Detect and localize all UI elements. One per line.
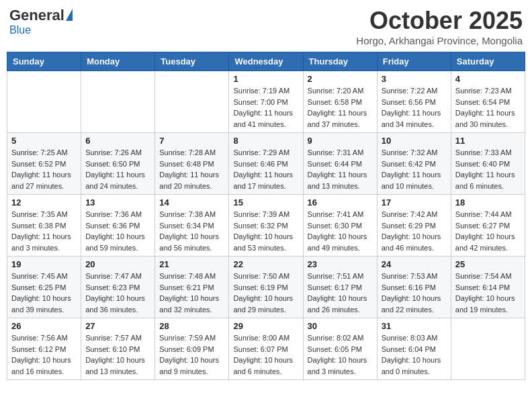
day-number: 24 <box>382 259 447 269</box>
title-section: October 2025 Horgo, Arkhangai Province, … <box>356 7 523 46</box>
sunrise-time: Sunrise: 8:02 AM <box>308 334 364 342</box>
sunset-time: Sunset: 6:27 PM <box>455 222 510 230</box>
calendar-cell: 9Sunrise: 7:31 AMSunset: 6:44 PMDaylight… <box>303 133 377 195</box>
day-number: 22 <box>233 259 298 269</box>
day-info: Sunrise: 7:53 AMSunset: 6:16 PMDaylight:… <box>382 271 447 315</box>
day-info: Sunrise: 7:38 AMSunset: 6:34 PMDaylight:… <box>159 209 224 253</box>
sunrise-time: Sunrise: 7:22 AM <box>382 87 438 95</box>
day-info: Sunrise: 7:23 AMSunset: 6:54 PMDaylight:… <box>455 85 521 130</box>
daylight-hours: Daylight: 11 hours and 17 minutes. <box>233 171 293 190</box>
day-number: 7 <box>159 136 224 146</box>
sunset-time: Sunset: 6:16 PM <box>382 283 436 291</box>
day-number: 3 <box>382 74 447 84</box>
sunset-time: Sunset: 6:09 PM <box>159 345 214 353</box>
calendar-cell: 8Sunrise: 7:29 AMSunset: 6:46 PMDaylight… <box>229 133 303 195</box>
calendar-cell: 15Sunrise: 7:39 AMSunset: 6:32 PMDayligh… <box>229 195 303 257</box>
day-info: Sunrise: 7:22 AMSunset: 6:56 PMDaylight:… <box>382 85 447 130</box>
daylight-hours: Daylight: 10 hours and 46 minutes. <box>382 232 441 252</box>
day-info: Sunrise: 7:29 AMSunset: 6:46 PMDaylight:… <box>233 147 298 191</box>
sunrise-time: Sunrise: 7:38 AM <box>159 210 216 218</box>
day-number: 23 <box>308 259 373 269</box>
sunrise-time: Sunrise: 7:54 AM <box>455 272 512 280</box>
daylight-hours: Daylight: 11 hours and 6 minutes. <box>455 171 515 190</box>
daylight-hours: Daylight: 11 hours and 34 minutes. <box>382 109 441 128</box>
sunrise-time: Sunrise: 7:51 AM <box>308 272 364 280</box>
sunrise-time: Sunrise: 7:28 AM <box>159 148 216 156</box>
daylight-hours: Daylight: 10 hours and 0 minutes. <box>382 356 441 375</box>
calendar-cell: 16Sunrise: 7:41 AMSunset: 6:30 PMDayligh… <box>303 195 377 257</box>
daylight-hours: Daylight: 10 hours and 29 minutes. <box>233 294 293 314</box>
calendar-cell <box>81 71 155 133</box>
day-number: 6 <box>85 136 150 146</box>
calendar-table: SundayMondayTuesdayWednesdayThursdayFrid… <box>7 52 525 380</box>
day-info: Sunrise: 7:28 AMSunset: 6:48 PMDaylight:… <box>159 147 224 191</box>
location-subtitle: Horgo, Arkhangai Province, Mongolia <box>356 35 523 46</box>
day-number: 28 <box>159 321 224 331</box>
calendar-header-wednesday: Wednesday <box>229 52 303 71</box>
sunrise-time: Sunrise: 7:53 AM <box>382 272 438 280</box>
calendar-header-sunday: Sunday <box>7 52 81 71</box>
sunset-time: Sunset: 6:52 PM <box>11 160 66 168</box>
daylight-hours: Daylight: 11 hours and 41 minutes. <box>233 109 293 128</box>
calendar-cell: 27Sunrise: 7:57 AMSunset: 6:10 PMDayligh… <box>81 318 155 380</box>
day-number: 30 <box>308 321 373 331</box>
day-number: 26 <box>11 321 77 331</box>
day-info: Sunrise: 7:25 AMSunset: 6:52 PMDaylight:… <box>11 147 77 191</box>
daylight-hours: Daylight: 10 hours and 19 minutes. <box>455 294 515 314</box>
daylight-hours: Daylight: 10 hours and 56 minutes. <box>159 232 219 252</box>
calendar-cell: 30Sunrise: 8:02 AMSunset: 6:05 PMDayligh… <box>303 318 377 380</box>
sunrise-time: Sunrise: 7:19 AM <box>233 87 290 95</box>
calendar-header-monday: Monday <box>81 52 155 71</box>
sunrise-time: Sunrise: 7:44 AM <box>455 210 512 218</box>
sunrise-time: Sunrise: 7:33 AM <box>455 148 512 156</box>
day-number: 14 <box>159 197 224 208</box>
calendar-cell: 25Sunrise: 7:54 AMSunset: 6:14 PMDayligh… <box>451 257 525 318</box>
day-info: Sunrise: 7:45 AMSunset: 6:25 PMDaylight:… <box>11 271 77 315</box>
daylight-hours: Daylight: 11 hours and 10 minutes. <box>382 171 441 190</box>
day-number: 17 <box>382 197 447 208</box>
daylight-hours: Daylight: 10 hours and 32 minutes. <box>159 294 219 314</box>
sunset-time: Sunset: 6:54 PM <box>455 98 510 106</box>
sunset-time: Sunset: 6:07 PM <box>233 345 287 353</box>
daylight-hours: Daylight: 10 hours and 3 minutes. <box>308 356 367 375</box>
month-title: October 2025 <box>356 7 523 35</box>
calendar-week-row: 12Sunrise: 7:35 AMSunset: 6:38 PMDayligh… <box>7 195 525 257</box>
day-number: 10 <box>382 136 447 146</box>
day-number: 9 <box>308 136 373 146</box>
calendar-week-row: 26Sunrise: 7:56 AMSunset: 6:12 PMDayligh… <box>7 318 525 380</box>
calendar-week-row: 1Sunrise: 7:19 AMSunset: 7:00 PMDaylight… <box>7 71 525 133</box>
sunrise-time: Sunrise: 7:23 AM <box>455 87 512 95</box>
daylight-hours: Daylight: 10 hours and 39 minutes. <box>11 294 71 314</box>
calendar-cell: 13Sunrise: 7:36 AMSunset: 6:36 PMDayligh… <box>81 195 155 257</box>
sunset-time: Sunset: 6:10 PM <box>85 345 140 353</box>
daylight-hours: Daylight: 10 hours and 59 minutes. <box>85 232 145 252</box>
calendar-week-row: 19Sunrise: 7:45 AMSunset: 6:25 PMDayligh… <box>7 257 525 318</box>
calendar-cell: 22Sunrise: 7:50 AMSunset: 6:19 PMDayligh… <box>229 257 303 318</box>
sunset-time: Sunset: 6:19 PM <box>233 283 287 291</box>
day-info: Sunrise: 7:35 AMSunset: 6:38 PMDaylight:… <box>11 209 77 253</box>
day-number: 8 <box>233 136 298 146</box>
calendar-cell: 31Sunrise: 8:03 AMSunset: 6:04 PMDayligh… <box>377 318 451 380</box>
day-info: Sunrise: 7:19 AMSunset: 7:00 PMDaylight:… <box>233 85 298 130</box>
calendar-cell: 12Sunrise: 7:35 AMSunset: 6:38 PMDayligh… <box>7 195 81 257</box>
day-info: Sunrise: 7:31 AMSunset: 6:44 PMDaylight:… <box>308 147 373 191</box>
sunrise-time: Sunrise: 7:32 AM <box>382 148 438 156</box>
calendar-header-saturday: Saturday <box>451 52 525 71</box>
sunset-time: Sunset: 6:12 PM <box>11 345 66 353</box>
logo-blue-text: Blue <box>9 24 31 36</box>
daylight-hours: Daylight: 11 hours and 30 minutes. <box>455 109 515 128</box>
day-number: 15 <box>233 197 298 208</box>
day-info: Sunrise: 7:44 AMSunset: 6:27 PMDaylight:… <box>455 209 521 253</box>
calendar-cell: 26Sunrise: 7:56 AMSunset: 6:12 PMDayligh… <box>7 318 81 380</box>
sunrise-time: Sunrise: 7:31 AM <box>308 148 364 156</box>
calendar-cell: 20Sunrise: 7:47 AMSunset: 6:23 PMDayligh… <box>81 257 155 318</box>
day-number: 19 <box>11 259 77 269</box>
daylight-hours: Daylight: 10 hours and 42 minutes. <box>455 232 515 252</box>
sunset-time: Sunset: 6:46 PM <box>233 160 287 168</box>
calendar-cell: 19Sunrise: 7:45 AMSunset: 6:25 PMDayligh… <box>7 257 81 318</box>
day-number: 11 <box>455 136 521 146</box>
calendar-cell: 3Sunrise: 7:22 AMSunset: 6:56 PMDaylight… <box>377 71 451 133</box>
calendar-cell <box>7 71 81 133</box>
sunset-time: Sunset: 6:56 PM <box>382 98 436 106</box>
sunset-time: Sunset: 6:14 PM <box>455 283 510 291</box>
